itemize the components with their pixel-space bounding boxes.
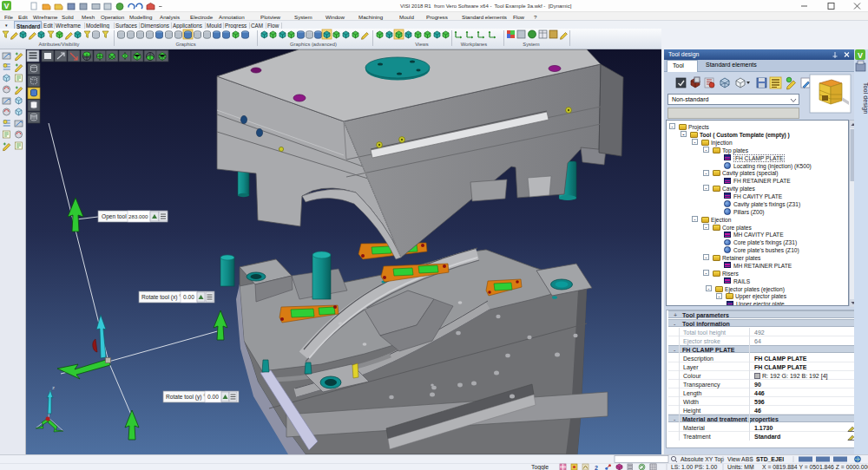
svg-text:Units: MM: Units: MM bbox=[727, 464, 754, 470]
svg-text:STD_EJEІ: STD_EJEІ bbox=[756, 456, 784, 462]
svg-text:0.00: 0.00 bbox=[207, 394, 219, 400]
svg-text:Open tool: Open tool bbox=[102, 213, 127, 220]
svg-text:Rotate tool (y) °: Rotate tool (y) ° bbox=[166, 394, 206, 401]
svg-text:Toggle: Toggle bbox=[531, 464, 549, 470]
svg-text:V: V bbox=[858, 51, 863, 60]
svg-text:2: 2 bbox=[595, 465, 598, 470]
svg-text:LS: 1.00 PS: 1.00: LS: 1.00 PS: 1.00 bbox=[671, 464, 717, 470]
svg-text:z: z bbox=[52, 385, 55, 390]
svg-text:View ABS: View ABS bbox=[727, 456, 753, 462]
svg-text:Absolute XY Top: Absolute XY Top bbox=[681, 456, 724, 463]
svg-text:0.00: 0.00 bbox=[183, 294, 194, 300]
svg-text:283.000: 283.000 bbox=[128, 213, 148, 219]
svg-text:Rotate tool (x) °: Rotate tool (x) ° bbox=[141, 294, 181, 301]
svg-text:V: V bbox=[3, 2, 9, 10]
svg-text:X = 0819.884 Y = 0501.846 Z =: X = 0819.884 Y = 0501.846 Z = 0000.000 bbox=[762, 464, 868, 470]
svg-text:Tool design: Tool design bbox=[862, 82, 868, 114]
